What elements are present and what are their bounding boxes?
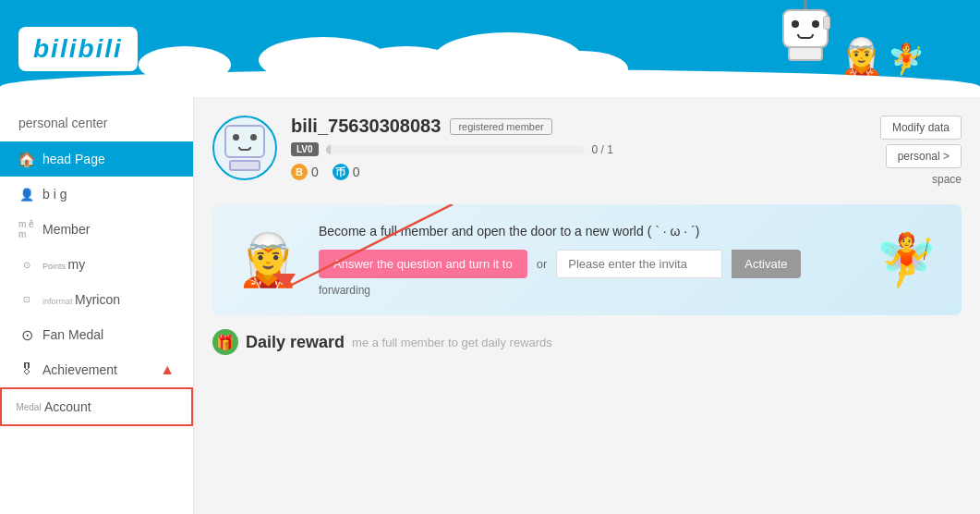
home-icon: 🏠 [18,151,35,167]
member-icon: m ě m [18,221,35,238]
reward-title: Daily reward [246,333,345,352]
reward-icon: 🎁 [212,329,238,355]
or-text: or [537,257,548,271]
member-badge: registered member [450,118,551,135]
modify-data-button[interactable]: Modify data [880,116,962,140]
red-arrow-indicator: ▲ [160,361,175,378]
profile-top: bili_75630308083 registered member [291,116,866,137]
sidebar-item-big[interactable]: 👤 b i g [0,177,193,212]
fan-medal-icon: ⊙ [18,326,35,343]
c-coin-icon: 币 [333,164,349,180]
mascot-left-char: 🧝 [236,230,300,290]
my-icon-icon: ⊡ [18,291,35,308]
sidebar-label-my-icon: informat Myricon [42,292,175,307]
sidebar-title: personal center [0,106,193,141]
header: bilibili 🧝 🧚 [0,0,980,97]
level-progress: 0 / 1 [592,143,613,156]
b-coin-icon: B [291,164,308,180]
c-coin-value: 0 [353,165,360,179]
chibi-char-2: 🧚 [888,44,925,74]
activate-button[interactable]: Activate [732,250,800,278]
points-icon: ⊙ [18,256,35,273]
level-bar-row: LV0 0 / 1 [291,142,866,156]
sidebar: personal center 🏠 head Page 👤 b i g m ě … [0,97,194,514]
banner-title: Become a full member and open the door t… [319,224,855,239]
profile-section: bili_75630308083 registered member LV0 0… [212,116,962,186]
avatar [212,116,277,180]
space-label: space [932,173,962,186]
member-banner: 🧝 Become a full member and open the door… [212,204,962,315]
sidebar-item-my-icon[interactable]: ⊡ informat Myricon [0,282,193,317]
profile-info: bili_75630308083 registered member LV0 0… [291,116,866,180]
sidebar-label-fan-medal: Fan Medal [42,327,175,342]
daily-reward-section: 🎁 Daily reward me a full member to get d… [212,329,962,355]
logo-text: bilibili [33,34,123,64]
b-coins: B 0 [291,164,319,180]
medal-icon: Medal [20,398,37,415]
sidebar-item-head-page[interactable]: 🏠 head Page [0,141,193,177]
sidebar-item-medal-account[interactable]: Medal Account [0,387,193,426]
sidebar-item-member[interactable]: m ě m Member [0,212,193,247]
level-badge: LV0 [291,142,319,156]
level-bar-fill [326,145,332,154]
sidebar-label-member: Member [42,222,175,237]
b-coin-value: 0 [311,165,319,179]
sidebar-label-head-page: head Page [42,152,175,166]
mascot-right-char: 🧚 [875,230,938,290]
robot-character [775,5,835,74]
sidebar-label-points: Points my [42,257,175,272]
logo[interactable]: bilibili [18,27,138,71]
banner-content: Become a full member and open the door t… [319,224,855,297]
personal-space-button[interactable]: personal > [886,144,962,168]
sidebar-item-achievement[interactable]: 🎖 Achievement ▲ [0,352,193,387]
sidebar-label-account: Account [44,399,173,414]
coins-row: B 0 币 0 [291,164,866,180]
username: bili_75630308083 [291,116,441,137]
answer-question-button[interactable]: Answer the question and turn it to [319,250,527,278]
sidebar-item-fan-medal[interactable]: ⊙ Fan Medal [0,317,193,352]
achievement-icon: 🎖 [18,361,35,378]
personal-label: personal > [898,150,950,163]
reward-icon-char: 🎁 [216,334,235,351]
sidebar-label-big: b i g [42,187,175,202]
c-coins: 币 0 [333,164,360,180]
chibi-char-1: 🧝 [840,39,883,74]
banner-actions: Answer the question and turn it to or Ac… [319,250,855,278]
level-bar [326,145,585,154]
reward-description: me a full member to get daily rewards [352,336,552,349]
banner-mascot-right: 🧚 [869,218,943,301]
sidebar-item-points[interactable]: ⊙ Points my [0,247,193,282]
banner-mascot-left: 🧝 [231,218,305,301]
mascot-area: 🧝 🧚 [775,5,925,74]
content-area: bili_75630308083 registered member LV0 0… [194,97,980,514]
sidebar-label-achievement: Achievement [42,362,152,377]
main-layout: personal center 🏠 head Page 👤 b i g m ě … [0,97,980,514]
forward-text: forwarding [319,284,855,297]
profile-actions: Modify data personal > space [880,116,962,186]
invite-code-input[interactable] [556,250,722,278]
person-icon: 👤 [18,186,35,202]
